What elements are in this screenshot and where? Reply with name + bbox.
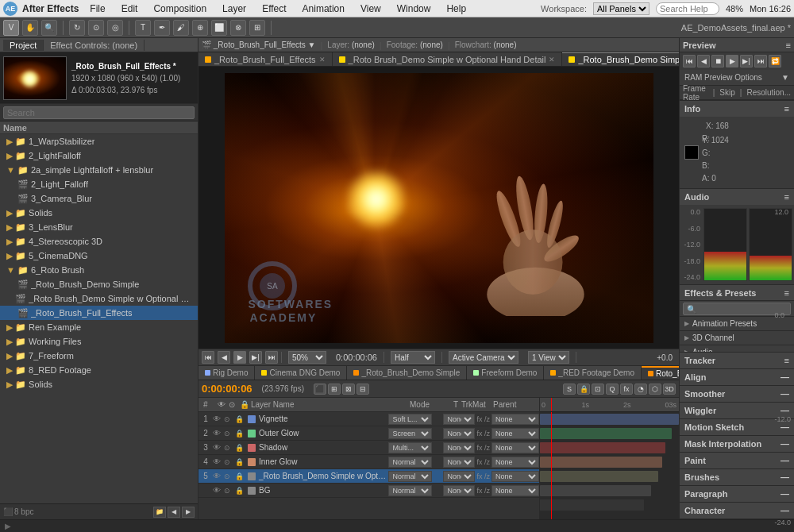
tl-row-lock[interactable]: 🔒 — [235, 458, 246, 466]
tl-layer-row[interactable]: 2 👁 ⊙ 🔒 Outer Glow Screen None fx /z Non… — [198, 426, 539, 441]
project-item[interactable]: ▶ 📁1_WarpStabilizer — [0, 134, 198, 148]
project-item[interactable]: 🎬_Roto_Brush_Demo Simple — [0, 277, 198, 291]
tl-fx-btn[interactable]: fx — [620, 384, 633, 395]
search-input[interactable] — [656, 2, 719, 15]
tool-camera[interactable]: ⊙ — [88, 20, 104, 36]
tl-ctrl-3[interactable]: ⊠ — [342, 384, 355, 395]
comp-tab-1-close[interactable]: ✕ — [549, 56, 555, 64]
project-item[interactable]: ▶ 📁Working Files — [0, 334, 198, 349]
menu-effect[interactable]: Effect — [259, 2, 289, 16]
preview-stop[interactable]: ⏹ — [711, 55, 724, 67]
comp-tab-0[interactable]: _Roto_Brush_Full_Effects ✕ — [198, 52, 333, 66]
tl-row-solo[interactable]: ⊙ — [224, 487, 235, 495]
tl-tab-red[interactable]: _RED Footage Demo — [544, 366, 642, 380]
tl-ctrl-4[interactable]: ⊟ — [357, 384, 369, 395]
tl-row-lock[interactable]: 🔒 — [235, 415, 246, 423]
tool-select[interactable]: V — [3, 20, 19, 36]
project-new-btn[interactable]: 📁 — [153, 507, 166, 518]
viewer-last-frame[interactable]: ⏭ — [265, 351, 278, 364]
menu-layer[interactable]: Layer — [219, 2, 249, 16]
tl-layer-row[interactable]: 👁 ⊙ 🔒 BG Normal None fx /z None — [198, 484, 539, 498]
project-item[interactable]: ▼ 📁2a_simple Lightfalloff + lensblur — [0, 163, 198, 177]
workspace-select[interactable]: All Panels — [593, 2, 649, 15]
project-scroll-left[interactable]: ◀ — [168, 507, 180, 518]
views-select[interactable]: 1 View — [528, 351, 569, 364]
menu-help[interactable]: Help — [443, 2, 469, 16]
tl-row-eye[interactable]: 👁 — [213, 414, 224, 423]
tl-row-mode-select[interactable]: Normal — [388, 471, 432, 482]
tl-solo-btn[interactable]: S — [563, 384, 576, 395]
menu-composition[interactable]: Composition — [150, 2, 210, 16]
menu-file[interactable]: File — [87, 2, 108, 16]
preview-prev[interactable]: ◀ — [697, 55, 710, 67]
tl-row-lock[interactable]: 🔒 — [235, 472, 246, 480]
tl-row-trk-select[interactable]: None — [443, 414, 475, 425]
viewer-play[interactable]: ▶ — [233, 351, 246, 364]
tl-row-mode-select[interactable]: Normal — [388, 457, 432, 468]
tl-adjust-btn[interactable]: ⬡ — [649, 384, 661, 395]
audio-header[interactable]: Audio ≡ — [680, 189, 794, 205]
info-header[interactable]: Info ≡ — [680, 101, 794, 117]
tl-playhead-bar[interactable] — [551, 412, 552, 519]
tl-row-mode-select[interactable]: Soft L... — [388, 414, 432, 425]
tl-row-eye[interactable]: 👁 — [213, 443, 224, 452]
project-item[interactable]: ▶ 📁5_CinemaDNG — [0, 249, 198, 263]
project-item[interactable]: ▶ 📁7_Freeform — [0, 349, 198, 363]
tool-pen[interactable]: ✒ — [154, 20, 170, 36]
tl-layer-row[interactable]: 5 👁 ⊙ 🔒 _Roto Brush_Demo Simple w Option… — [198, 469, 539, 484]
tl-row-mode-select[interactable]: Screen — [388, 428, 432, 439]
project-item[interactable]: ▶ 📁Solids — [0, 377, 198, 391]
playhead[interactable] — [551, 398, 552, 411]
tl-row-solo[interactable]: ⊙ — [224, 472, 235, 480]
preview-first[interactable]: ⏮ — [683, 55, 696, 67]
preview-last[interactable]: ⏭ — [754, 55, 767, 67]
tl-ctrl-2[interactable]: ⊞ — [328, 384, 341, 395]
zoom-select[interactable]: 50%100%25% — [288, 351, 326, 364]
project-item[interactable]: ▶ 📁3_LensBlur — [0, 220, 198, 234]
tl-row-trk-select[interactable]: None — [443, 485, 475, 496]
tl-row-parent-select[interactable]: None — [491, 471, 539, 482]
tl-row-mode-select[interactable]: Multi... — [388, 442, 432, 453]
tl-row-lock[interactable]: 🔒 — [235, 444, 246, 452]
project-item[interactable]: ▶ 📁Ren Example — [0, 320, 198, 334]
viewer-first-frame[interactable]: ⏮ — [202, 351, 214, 364]
menu-window[interactable]: Window — [394, 2, 434, 16]
tl-tab-roto-full[interactable]: Roto_Brush_Full_Effects — [642, 366, 679, 380]
menu-animation[interactable]: Animation — [299, 2, 348, 16]
tl-collapse-btn[interactable]: ⊡ — [592, 384, 604, 395]
tool-hand[interactable]: ✋ — [22, 20, 38, 36]
comp-tab-2[interactable]: _Roto_Brush_Demo Simple ✕ — [562, 52, 679, 66]
preview-play[interactable]: ▶ — [726, 55, 738, 67]
tl-tab-roto-simple[interactable]: _Roto_Brush_Demo Simple — [347, 366, 467, 380]
tl-row-parent-select[interactable]: None — [491, 428, 539, 439]
tool-orbit[interactable]: ◎ — [107, 20, 123, 36]
project-search-input[interactable] — [3, 106, 195, 119]
comp-tab-0-close[interactable]: ✕ — [319, 56, 326, 64]
tool-eraser[interactable]: ⬜ — [211, 20, 227, 36]
tl-row-lock[interactable]: 🔒 — [235, 487, 246, 495]
tool-roto[interactable]: ⊗ — [230, 20, 246, 36]
tl-row-lock[interactable]: 🔒 — [235, 430, 246, 438]
project-item[interactable]: 🎬3_Camera_Blur — [0, 191, 198, 206]
tl-row-parent-select[interactable]: None — [491, 414, 539, 425]
tl-layer-row[interactable]: 4 👁 ⊙ 🔒 Inner Glow Normal None fx /z Non… — [198, 455, 539, 469]
tl-ctrl-1[interactable]: ⬛ — [314, 384, 326, 395]
tl-lock-btn[interactable]: 🔒 — [577, 384, 590, 395]
viewer-prev-frame[interactable]: ◀ — [218, 351, 230, 364]
project-item[interactable]: ▶ 📁4_Stereoscopic 3D — [0, 234, 198, 249]
tool-text[interactable]: T — [135, 20, 151, 36]
tl-tab-freeform[interactable]: Freeform Demo — [467, 366, 544, 380]
tool-zoom[interactable]: 🔍 — [41, 20, 57, 36]
tl-quality-btn[interactable]: Q — [606, 384, 619, 395]
tool-rotate[interactable]: ↻ — [69, 20, 85, 36]
project-item[interactable]: ▶ 📁2_LightFalloff — [0, 148, 198, 163]
tl-row-trk-select[interactable]: None — [443, 471, 475, 482]
tl-tab-cinema[interactable]: Cinema DNG Demo — [255, 366, 347, 380]
project-item[interactable]: 🎬2_Light_Falloff — [0, 177, 198, 191]
camera-select[interactable]: Active Camera — [449, 351, 518, 364]
tl-row-solo[interactable]: ⊙ — [224, 458, 235, 466]
project-item[interactable]: ▼ 📁6_Roto Brush — [0, 263, 198, 277]
tl-motion-blur-btn[interactable]: ◔ — [634, 384, 647, 395]
preview-options-btn[interactable]: ≡ — [786, 40, 791, 50]
project-item[interactable]: ▶ 📁Solids — [0, 206, 198, 220]
